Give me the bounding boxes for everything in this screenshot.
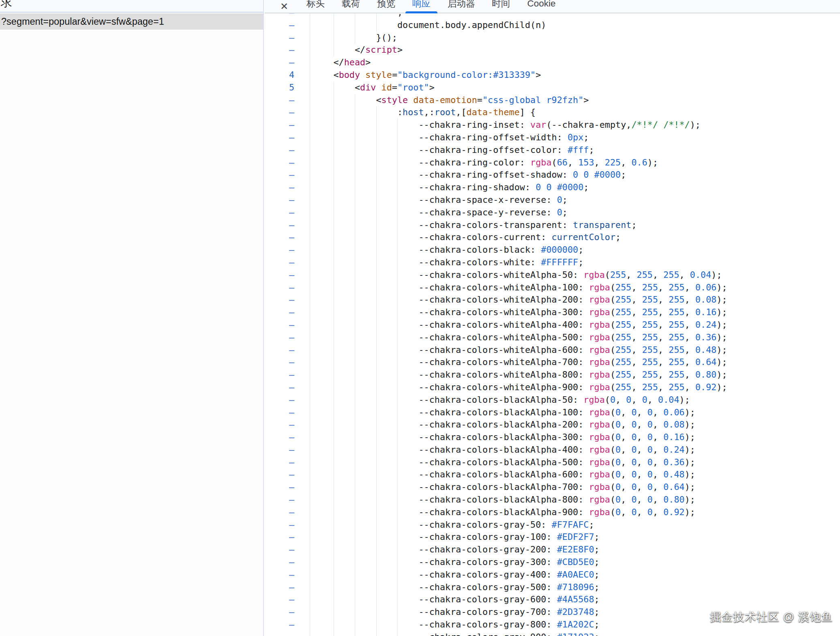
token-number: 0 bbox=[615, 419, 621, 430]
token-text: ; bbox=[578, 257, 583, 267]
token-text: , bbox=[685, 357, 695, 367]
response-source-viewer[interactable]: – ,– document.body.appendChild(n)– }();–… bbox=[265, 6, 840, 636]
line-gutter-marker: – bbox=[265, 269, 310, 281]
indent-guide bbox=[397, 157, 398, 169]
token-text: , bbox=[685, 282, 695, 292]
tab-标头[interactable]: 标头 bbox=[306, 0, 325, 13]
token-function: rgba bbox=[589, 320, 610, 330]
token-text: , bbox=[637, 457, 647, 467]
token-text: , bbox=[637, 482, 647, 492]
token-text: , bbox=[621, 494, 631, 505]
token-text: ); bbox=[716, 320, 727, 330]
token-text: , bbox=[637, 445, 647, 455]
close-icon[interactable]: ✕ bbox=[279, 0, 289, 13]
tab-载荷[interactable]: 载荷 bbox=[342, 0, 360, 13]
code-line: – --chakra-colors-transparent: transpare… bbox=[265, 219, 840, 232]
token-text: , bbox=[685, 307, 695, 317]
token-text: , bbox=[631, 370, 642, 380]
indent-guide bbox=[397, 444, 398, 456]
request-row-selected[interactable]: ?segment=popular&view=sfw&page=1 bbox=[0, 13, 263, 30]
token-text: , bbox=[637, 507, 647, 517]
line-content: --chakra-colors-transparent: transparent… bbox=[310, 219, 840, 232]
token-text: ); bbox=[647, 157, 658, 168]
tab-预览[interactable]: 预览 bbox=[377, 0, 395, 13]
token-number: 0.04 bbox=[658, 395, 679, 405]
indent-guide bbox=[355, 256, 355, 269]
tab-响应[interactable]: 响应 bbox=[412, 0, 431, 13]
code-line: – --chakra-colors-gray-700: #2D3748; bbox=[265, 606, 840, 619]
indent-guide bbox=[334, 244, 334, 256]
indent-guide bbox=[397, 506, 398, 519]
token-text: , bbox=[653, 407, 663, 417]
indent-guide bbox=[334, 82, 334, 94]
line-gutter-marker: – bbox=[265, 506, 310, 519]
token-number: 0 bbox=[647, 482, 653, 492]
indent-guide bbox=[397, 131, 398, 144]
line-content: --chakra-colors-whiteAlpha-800: rgba(255… bbox=[310, 369, 840, 381]
token-comment: /*!*/ /*!*/ bbox=[631, 120, 690, 130]
tab-label: 预览 bbox=[377, 0, 395, 9]
token-text: < bbox=[312, 82, 360, 92]
tab-启动器[interactable]: 启动器 bbox=[448, 0, 475, 13]
indent-guide bbox=[376, 481, 377, 494]
token-number: 0 bbox=[631, 432, 636, 442]
indent-guide bbox=[334, 94, 334, 107]
token-number: #EDF2F7 bbox=[557, 532, 594, 542]
token-text: ); bbox=[716, 345, 727, 355]
token-number: 255 bbox=[642, 320, 658, 330]
code-line: – --chakra-colors-blackAlpha-50: rgba(0,… bbox=[265, 394, 840, 406]
token-text: ; bbox=[562, 195, 568, 205]
tab-Cookie[interactable]: Cookie bbox=[527, 0, 556, 13]
indent-guide bbox=[334, 581, 334, 594]
line-gutter-marker: – bbox=[265, 131, 310, 144]
token-text: = bbox=[392, 70, 397, 80]
line-content: --chakra-colors-blackAlpha-900: rgba(0, … bbox=[310, 506, 840, 519]
token-text: ); bbox=[685, 507, 695, 517]
token-number: 255 bbox=[642, 357, 658, 367]
token-text: , bbox=[637, 494, 647, 505]
token-function: rgba bbox=[589, 282, 610, 292]
token-text: , bbox=[685, 294, 695, 305]
line-gutter-marker: – bbox=[265, 194, 310, 206]
token-number: 225 bbox=[605, 157, 621, 168]
token-text: ( bbox=[610, 432, 615, 442]
line-content: --chakra-colors-whiteAlpha-500: rgba(255… bbox=[310, 331, 840, 344]
token-number: #fff bbox=[568, 145, 589, 155]
token-text: --chakra-colors-whiteAlpha-500: bbox=[312, 332, 589, 342]
token-number: 0 bbox=[631, 419, 636, 430]
token-text: ; bbox=[589, 145, 594, 155]
token-attrName: data-emotion bbox=[413, 95, 477, 105]
line-gutter-marker: – bbox=[265, 544, 310, 556]
token-number: 0 bbox=[642, 395, 647, 405]
indent-guide bbox=[334, 394, 334, 406]
token-text: --chakra-colors-current: bbox=[312, 232, 552, 242]
indent-guide bbox=[334, 144, 334, 157]
token-text: --chakra-colors-white: bbox=[312, 257, 541, 267]
token-function: rgba bbox=[589, 469, 610, 479]
indent-guide bbox=[397, 619, 398, 631]
token-number: 0.48 bbox=[695, 345, 717, 355]
indent-guide bbox=[334, 306, 334, 319]
token-text: , bbox=[626, 270, 636, 280]
line-gutter-marker: – bbox=[265, 419, 310, 431]
token-text: --chakra-ring-offset-width: bbox=[312, 132, 568, 142]
token-text: , bbox=[631, 382, 642, 392]
indent-guide bbox=[376, 344, 377, 357]
indent-guide bbox=[355, 531, 355, 544]
token-text: , bbox=[685, 382, 695, 392]
indent-guide bbox=[376, 169, 377, 181]
token-number: #4A5568 bbox=[557, 594, 594, 604]
code-line: – </head> bbox=[265, 56, 840, 69]
line-content: --chakra-colors-gray-600: #4A5568; bbox=[310, 593, 840, 606]
line-gutter-marker: – bbox=[265, 219, 310, 232]
indent-guide bbox=[376, 531, 377, 544]
token-text: ); bbox=[716, 332, 727, 342]
token-number: 0 bbox=[647, 494, 653, 505]
indent-guide bbox=[397, 381, 398, 394]
token-number: 0 bbox=[647, 407, 653, 417]
tab-时间[interactable]: 时间 bbox=[492, 0, 510, 13]
token-text: ; bbox=[594, 594, 600, 604]
indent-guide bbox=[334, 269, 334, 281]
token-number: 255 bbox=[669, 282, 684, 292]
indent-guide bbox=[397, 406, 398, 419]
